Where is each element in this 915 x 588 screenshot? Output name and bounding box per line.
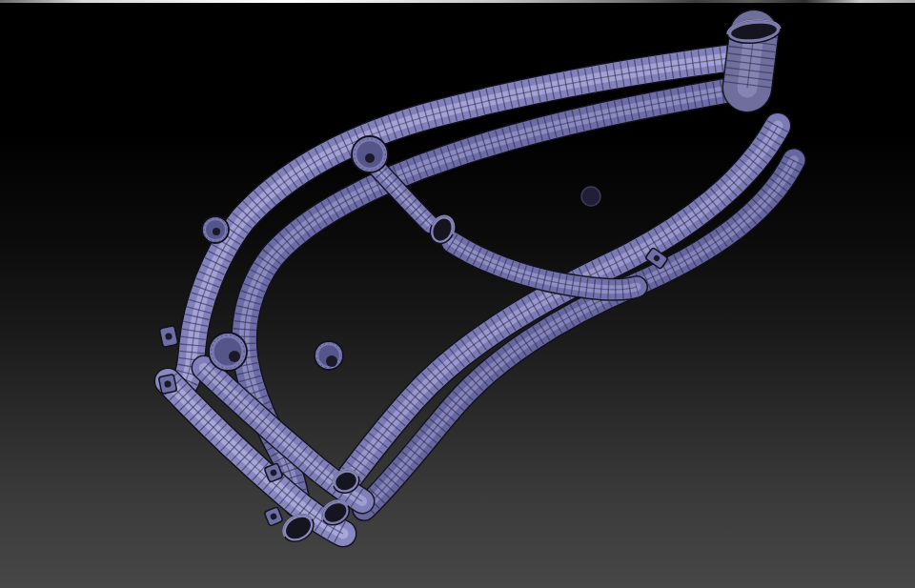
mesh-mount-boss-left — [202, 216, 229, 243]
mesh-clamp-tab-2 — [158, 375, 176, 395]
mesh-mount-boss-top — [352, 136, 388, 172]
mesh-pivot-knob — [581, 187, 600, 206]
mesh-clamp-tab-4 — [264, 507, 283, 526]
mesh-canvas — [0, 0, 915, 588]
mesh-mount-boss-lower — [209, 333, 247, 371]
mesh-mount-ring-mid — [315, 341, 343, 370]
mesh-clamp-tab-1 — [159, 326, 178, 348]
app-window — [0, 0, 915, 588]
3d-viewport[interactable] — [0, 4, 915, 588]
